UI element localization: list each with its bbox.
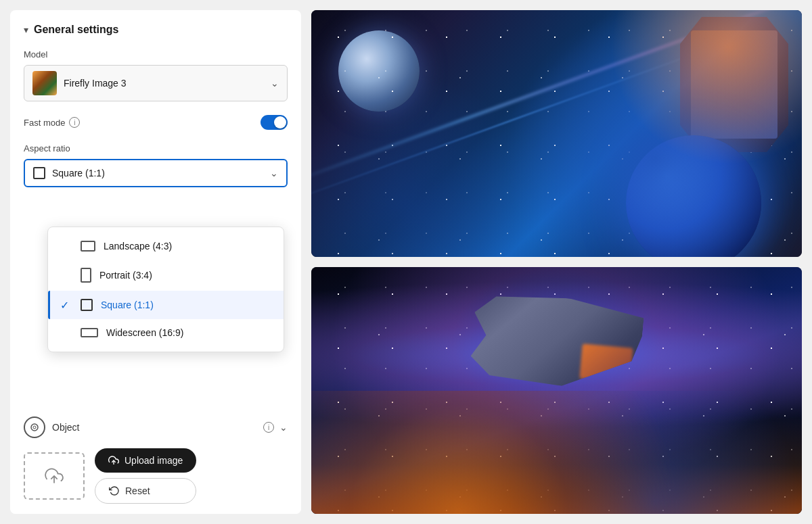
chevron-down-icon: ⌄ (271, 78, 279, 89)
upload-image-button[interactable]: Upload image (95, 448, 196, 473)
checkmark-icon: ✓ (60, 299, 69, 312)
ground-glow (311, 415, 802, 514)
main-container: ▾ General settings Model Firefly Image 3… (0, 0, 812, 524)
aspect-ratio-label: Aspect ratio (24, 143, 288, 153)
portrait-icon (81, 268, 91, 283)
upload-cloud-icon (45, 467, 64, 485)
dropdown-item-square[interactable]: ✓ Square (1:1) (48, 291, 284, 319)
selected-border (48, 291, 50, 319)
square-aspect-icon (33, 167, 45, 179)
dropdown-item-portrait[interactable]: Portrait (3:4) (48, 260, 284, 291)
upload-icon (108, 455, 119, 466)
space-image-top (311, 10, 802, 257)
image-card-bottom (311, 267, 802, 514)
object-circle-icon (24, 416, 45, 438)
fast-mode-row: Fast mode i (24, 115, 288, 130)
reset-icon (109, 485, 120, 496)
object-chevron-icon: ⌄ (279, 422, 288, 433)
left-panel: ▾ General settings Model Firefly Image 3… (10, 10, 301, 514)
info-icon[interactable]: i (69, 117, 80, 128)
model-icon (32, 71, 57, 95)
upload-button-label: Upload image (125, 455, 183, 466)
dropdown-item-landscape-text: Landscape (4:3) (104, 241, 172, 252)
space-image-bottom (311, 267, 802, 514)
upload-drop-zone[interactable] (24, 452, 85, 500)
object-row: Object i ⌄ (24, 416, 288, 438)
upload-buttons: Upload image Reset (95, 448, 196, 504)
structure-inner (691, 30, 777, 139)
fast-mode-left: Fast mode i (24, 117, 80, 128)
section-header: ▾ General settings (24, 24, 288, 36)
fast-mode-label: Fast mode (24, 118, 65, 128)
dropdown-item-portrait-text: Portrait (3:4) (99, 270, 152, 281)
landscape-icon (81, 241, 95, 252)
dropdown-item-widescreen[interactable]: Widescreen (16:9) (48, 319, 284, 346)
dropdown-item-square-text: Square (1:1) (101, 300, 154, 310)
image-card-top (311, 10, 802, 257)
object-label: Object (52, 422, 79, 433)
section-title: General settings (34, 24, 118, 36)
object-right: i ⌄ (263, 422, 288, 433)
fast-mode-toggle[interactable] (261, 115, 288, 130)
model-label: Model (24, 49, 288, 59)
glow-streak-top (311, 10, 802, 187)
reset-button[interactable]: Reset (95, 478, 196, 504)
stars-top (311, 10, 802, 257)
model-dropdown[interactable]: Firefly Image 3 ⌄ (24, 65, 288, 101)
toggle-knob (274, 116, 286, 128)
structure-top (680, 17, 788, 152)
bottom-area: Object i ⌄ (10, 406, 301, 514)
aspect-ratio-dropdown[interactable]: Square (1:1) ⌄ (24, 159, 288, 187)
dropdown-item-landscape[interactable]: Landscape (4:3) (48, 233, 284, 260)
aspect-ratio-chevron: ⌄ (270, 168, 278, 178)
aspect-ratio-menu: Landscape (4:3) Portrait (3:4) ✓ Square … (47, 227, 284, 352)
collapse-icon[interactable]: ▾ (24, 24, 28, 35)
model-left: Firefly Image 3 (32, 71, 127, 95)
dropdown-item-widescreen-text: Widescreen (16:9) (106, 327, 183, 338)
object-info-icon[interactable]: i (263, 422, 274, 433)
reset-button-label: Reset (125, 485, 150, 496)
planet (626, 135, 761, 257)
glow-streak2-top (311, 37, 738, 206)
svg-point-0 (31, 424, 38, 431)
svg-point-1 (33, 426, 36, 429)
square-icon-menu (81, 299, 93, 311)
object-left: Object (24, 416, 79, 438)
aspect-ratio-left: Square (1:1) (33, 167, 105, 179)
aspect-ratio-selected-text: Square (1:1) (52, 168, 105, 178)
widescreen-icon (81, 328, 98, 337)
upload-area: Upload image Reset (24, 448, 288, 504)
right-panel (311, 10, 802, 514)
model-name: Firefly Image 3 (64, 78, 127, 89)
